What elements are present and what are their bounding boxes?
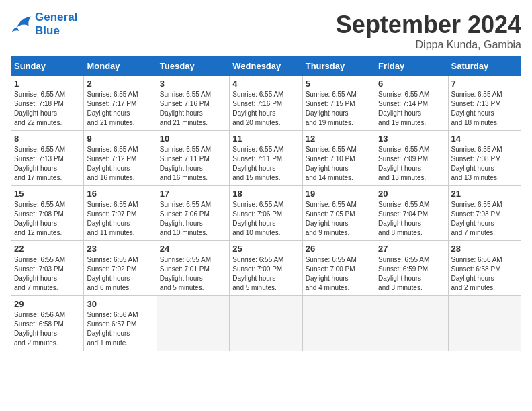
- calendar-day: 13Sunrise: 6:55 AMSunset: 7:09 PMDayligh…: [375, 131, 448, 186]
- day-number: 15: [14, 189, 81, 199]
- calendar-day: 11Sunrise: 6:55 AMSunset: 7:11 PMDayligh…: [230, 131, 302, 186]
- logo-text: General Blue: [35, 11, 77, 37]
- calendar-day: 19Sunrise: 6:55 AMSunset: 7:05 PMDayligh…: [302, 186, 375, 241]
- day-number: 4: [232, 79, 299, 89]
- day-info: Sunrise: 6:55 AMSunset: 7:01 PMDaylight …: [160, 256, 211, 291]
- day-number: 13: [378, 134, 445, 144]
- day-number: 8: [14, 134, 81, 144]
- day-number: 21: [451, 189, 518, 199]
- calendar-day: 30Sunrise: 6:56 AMSunset: 6:57 PMDayligh…: [84, 296, 157, 351]
- day-number: 18: [232, 189, 299, 199]
- calendar-day: 17Sunrise: 6:55 AMSunset: 7:06 PMDayligh…: [157, 186, 229, 241]
- day-info: Sunrise: 6:55 AMSunset: 7:13 PMDaylight …: [14, 146, 65, 181]
- calendar-day: 24Sunrise: 6:55 AMSunset: 7:01 PMDayligh…: [157, 241, 229, 296]
- day-info: Sunrise: 6:55 AMSunset: 7:07 PMDaylight …: [87, 201, 138, 236]
- calendar-table: Sunday Monday Tuesday Wednesday Thursday…: [11, 56, 521, 351]
- day-number: 29: [14, 299, 81, 309]
- day-info: Sunrise: 6:55 AMSunset: 7:08 PMDaylight …: [451, 146, 502, 181]
- calendar-day: 6Sunrise: 6:55 AMSunset: 7:14 PMDaylight…: [375, 76, 448, 131]
- calendar-day: 7Sunrise: 6:55 AMSunset: 7:13 PMDaylight…: [448, 76, 521, 131]
- col-wednesday: Wednesday: [230, 57, 302, 76]
- day-number: 19: [306, 189, 372, 199]
- day-number: 30: [87, 299, 153, 309]
- day-number: 16: [87, 189, 153, 199]
- day-info: Sunrise: 6:55 AMSunset: 7:09 PMDaylight …: [378, 146, 429, 181]
- calendar-day: 21Sunrise: 6:55 AMSunset: 7:03 PMDayligh…: [448, 186, 521, 241]
- day-info: Sunrise: 6:55 AMSunset: 7:03 PMDaylight …: [451, 201, 502, 236]
- calendar-week-row: 1Sunrise: 6:55 AMSunset: 7:18 PMDaylight…: [11, 76, 521, 131]
- day-info: Sunrise: 6:55 AMSunset: 7:16 PMDaylight …: [232, 91, 283, 126]
- calendar-day: 14Sunrise: 6:55 AMSunset: 7:08 PMDayligh…: [448, 131, 521, 186]
- day-info: Sunrise: 6:55 AMSunset: 7:11 PMDaylight …: [160, 146, 211, 181]
- day-number: 17: [160, 189, 226, 199]
- col-tuesday: Tuesday: [157, 57, 229, 76]
- calendar-day: 29Sunrise: 6:56 AMSunset: 6:58 PMDayligh…: [11, 296, 84, 351]
- col-friday: Friday: [375, 57, 448, 76]
- empty-day: [157, 296, 229, 351]
- col-thursday: Thursday: [302, 57, 375, 76]
- day-number: 28: [451, 244, 518, 254]
- calendar-day: 22Sunrise: 6:55 AMSunset: 7:03 PMDayligh…: [11, 241, 84, 296]
- day-number: 3: [160, 79, 226, 89]
- day-info: Sunrise: 6:55 AMSunset: 7:06 PMDaylight …: [160, 201, 211, 236]
- day-number: 5: [306, 79, 372, 89]
- day-number: 27: [378, 244, 445, 254]
- calendar-day: 18Sunrise: 6:55 AMSunset: 7:06 PMDayligh…: [230, 186, 302, 241]
- day-number: 26: [306, 244, 372, 254]
- calendar-day: 25Sunrise: 6:55 AMSunset: 7:00 PMDayligh…: [230, 241, 302, 296]
- day-number: 25: [232, 244, 299, 254]
- calendar-week-row: 8Sunrise: 6:55 AMSunset: 7:13 PMDaylight…: [11, 131, 521, 186]
- month-title: September 2024: [336, 11, 521, 39]
- col-saturday: Saturday: [448, 57, 521, 76]
- header-row: Sunday Monday Tuesday Wednesday Thursday…: [11, 57, 521, 76]
- calendar-day: 5Sunrise: 6:55 AMSunset: 7:15 PMDaylight…: [302, 76, 375, 131]
- calendar-day: 27Sunrise: 6:55 AMSunset: 6:59 PMDayligh…: [375, 241, 448, 296]
- day-info: Sunrise: 6:55 AMSunset: 7:00 PMDaylight …: [232, 256, 283, 291]
- calendar-day: 15Sunrise: 6:55 AMSunset: 7:08 PMDayligh…: [11, 186, 84, 241]
- day-number: 11: [232, 134, 299, 144]
- calendar-day: 4Sunrise: 6:55 AMSunset: 7:16 PMDaylight…: [230, 76, 302, 131]
- calendar-day: 20Sunrise: 6:55 AMSunset: 7:04 PMDayligh…: [375, 186, 448, 241]
- empty-day: [448, 296, 521, 351]
- title-area: September 2024 Dippa Kunda, Gambia: [336, 11, 521, 51]
- day-info: Sunrise: 6:55 AMSunset: 7:03 PMDaylight …: [14, 256, 65, 291]
- day-info: Sunrise: 6:55 AMSunset: 7:00 PMDaylight …: [306, 256, 357, 291]
- day-info: Sunrise: 6:55 AMSunset: 7:12 PMDaylight …: [87, 146, 138, 181]
- day-info: Sunrise: 6:55 AMSunset: 7:16 PMDaylight …: [160, 91, 211, 126]
- calendar-day: 1Sunrise: 6:55 AMSunset: 7:18 PMDaylight…: [11, 76, 84, 131]
- calendar-day: 28Sunrise: 6:56 AMSunset: 6:58 PMDayligh…: [448, 241, 521, 296]
- day-number: 10: [160, 134, 226, 144]
- day-info: Sunrise: 6:55 AMSunset: 7:18 PMDaylight …: [14, 91, 65, 126]
- empty-day: [230, 296, 302, 351]
- day-info: Sunrise: 6:55 AMSunset: 7:14 PMDaylight …: [378, 91, 429, 126]
- day-number: 6: [378, 79, 445, 89]
- calendar-week-row: 15Sunrise: 6:55 AMSunset: 7:08 PMDayligh…: [11, 186, 521, 241]
- day-info: Sunrise: 6:55 AMSunset: 6:59 PMDaylight …: [378, 256, 429, 291]
- day-info: Sunrise: 6:55 AMSunset: 7:06 PMDaylight …: [232, 201, 283, 236]
- day-number: 24: [160, 244, 226, 254]
- day-number: 20: [378, 189, 445, 199]
- day-number: 22: [14, 244, 81, 254]
- logo-icon: [11, 15, 32, 34]
- day-info: Sunrise: 6:56 AMSunset: 6:57 PMDaylight …: [87, 311, 138, 347]
- location-title: Dippa Kunda, Gambia: [336, 39, 521, 51]
- page-header: General Blue September 2024 Dippa Kunda,…: [11, 11, 521, 51]
- day-number: 9: [87, 134, 153, 144]
- calendar-day: 8Sunrise: 6:55 AMSunset: 7:13 PMDaylight…: [11, 131, 84, 186]
- day-info: Sunrise: 6:55 AMSunset: 7:15 PMDaylight …: [306, 91, 357, 126]
- calendar-day: 3Sunrise: 6:55 AMSunset: 7:16 PMDaylight…: [157, 76, 229, 131]
- logo: General Blue: [11, 11, 77, 37]
- day-info: Sunrise: 6:55 AMSunset: 7:13 PMDaylight …: [451, 91, 502, 126]
- calendar-day: 12Sunrise: 6:55 AMSunset: 7:10 PMDayligh…: [302, 131, 375, 186]
- day-info: Sunrise: 6:55 AMSunset: 7:04 PMDaylight …: [378, 201, 429, 236]
- calendar-day: 23Sunrise: 6:55 AMSunset: 7:02 PMDayligh…: [84, 241, 157, 296]
- col-sunday: Sunday: [11, 57, 84, 76]
- empty-day: [302, 296, 375, 351]
- calendar-day: 2Sunrise: 6:55 AMSunset: 7:17 PMDaylight…: [84, 76, 157, 131]
- day-info: Sunrise: 6:56 AMSunset: 6:58 PMDaylight …: [14, 311, 65, 347]
- calendar-day: 9Sunrise: 6:55 AMSunset: 7:12 PMDaylight…: [84, 131, 157, 186]
- day-info: Sunrise: 6:55 AMSunset: 7:17 PMDaylight …: [87, 91, 138, 126]
- day-info: Sunrise: 6:55 AMSunset: 7:02 PMDaylight …: [87, 256, 138, 291]
- calendar-day: 16Sunrise: 6:55 AMSunset: 7:07 PMDayligh…: [84, 186, 157, 241]
- day-number: 14: [451, 134, 518, 144]
